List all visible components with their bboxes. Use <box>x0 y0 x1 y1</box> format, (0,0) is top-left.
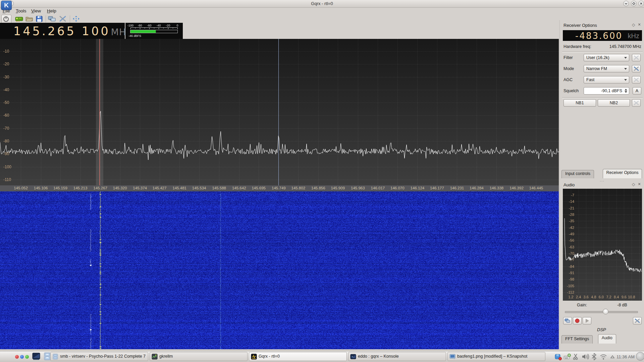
quicklaunch-blue-dot-icon[interactable] <box>20 355 24 359</box>
signal-meter-canvas <box>127 23 181 38</box>
dock-float-icon[interactable]: ◇ <box>632 182 635 186</box>
konsole-icon[interactable] <box>32 352 41 361</box>
squelch-spinbox[interactable]: -90,1 dBFS <box>584 87 629 95</box>
offset-frequency-display[interactable]: -483.600 kHz <box>563 30 642 41</box>
window-titlebar[interactable]: Gqrx - rtl=0 <box>0 0 644 8</box>
gain-slider-groove[interactable] <box>565 311 638 313</box>
dock-float-icon[interactable]: ◇ <box>632 23 635 27</box>
waterfall-plot[interactable] <box>0 191 559 349</box>
dock-tabbar-bottom: FFT SettingsAudio <box>561 335 644 344</box>
nb-options-button[interactable] <box>632 99 641 107</box>
desktop-pager-icon[interactable] <box>636 352 644 361</box>
menu-help[interactable]: Help <box>47 8 56 13</box>
hardware-freq-value: 145.748700 MHz <box>609 44 641 49</box>
audio-record-button[interactable] <box>573 317 582 324</box>
audio-fft-plot[interactable] <box>563 189 642 301</box>
quicklaunch-green-dot-icon[interactable] <box>25 355 29 359</box>
dock-tab-fft-settings[interactable]: FFT Settings <box>561 335 593 344</box>
nb1-button[interactable]: NB1 <box>564 99 596 107</box>
gain-slider-handle[interactable] <box>603 309 608 314</box>
desktop: Gqrx - rtl=0 FileToolsViewHelp 145.265 1… <box>0 0 644 362</box>
mode-options-button[interactable] <box>632 65 641 72</box>
task-button-5[interactable]: baofeng1.png [modified] – KSnapshot <box>447 352 545 361</box>
tray-expander-icon[interactable] <box>608 353 616 361</box>
save-floppy-icon[interactable] <box>35 15 44 23</box>
remote-computers-icon[interactable] <box>48 15 57 23</box>
menu-tools[interactable]: Tools <box>16 8 26 13</box>
mode-combo[interactable]: Narrow FM <box>584 65 629 72</box>
wireless-network-icon[interactable] <box>599 353 607 361</box>
tuner-card-icon[interactable] <box>15 15 24 23</box>
bluetooth-icon[interactable] <box>590 353 598 361</box>
taskbar-clock[interactable]: 11:36 AM <box>616 354 635 359</box>
spin-up-icon[interactable] <box>625 89 627 90</box>
minimize-button[interactable] <box>623 1 629 6</box>
audio-stream-button[interactable] <box>563 317 572 324</box>
offset-frequency-unit: kHz <box>628 32 639 40</box>
volume-icon[interactable] <box>581 353 589 361</box>
frequency-axis-label: 146.017 <box>371 186 385 190</box>
frequency-axis-label: 145.534 <box>192 186 206 190</box>
frequency-axis-label: 145.267 <box>93 186 107 190</box>
frequency-axis-label: 146.231 <box>450 186 464 190</box>
right-panel: Receiver Options ◇ × -483.600 kHz Hardwa… <box>561 19 644 349</box>
nb2-button[interactable]: NB2 <box>598 99 630 107</box>
audio-options-button[interactable] <box>633 317 642 324</box>
frequency-axis-label: 146.070 <box>390 186 405 190</box>
divider <box>562 51 643 53</box>
klipper-scissors-icon[interactable] <box>572 353 580 361</box>
dock-tab-receiver-options[interactable]: Receiver Options <box>603 169 642 178</box>
close-button[interactable] <box>638 1 644 6</box>
auto-squelch-button[interactable]: A <box>633 87 641 95</box>
frequency-axis-label: 145.909 <box>331 186 345 190</box>
splitter-handle[interactable]: ··· <box>600 179 604 183</box>
task-button-4[interactable]: >_eddo : gqrx – Konsole <box>348 352 446 361</box>
tools-icon[interactable] <box>58 15 68 23</box>
agc-combo[interactable]: Fast <box>584 76 629 83</box>
spin-down-icon[interactable] <box>625 91 627 93</box>
drawer-icon <box>52 354 58 360</box>
frequency-digits[interactable]: 145.265 100 <box>13 24 110 38</box>
offset-frequency-digits[interactable]: -483.600 <box>575 31 623 41</box>
frequency-display[interactable]: 145.265 100MHz <box>0 23 125 39</box>
hardware-freq-row: Hardware freq: 145.748700 MHz <box>564 44 641 49</box>
dock-tab-audio[interactable]: Audio <box>598 334 616 344</box>
divider <box>562 97 643 99</box>
quicklaunch-red-dot-icon[interactable] <box>15 355 19 359</box>
dock-tab-input-controls[interactable]: Input controls <box>561 170 594 178</box>
frequency-axis[interactable]: 145.052145.106145.159145.213145.267145.3… <box>0 185 559 191</box>
audio-play-button[interactable] <box>583 317 591 324</box>
pan-move-icon[interactable] <box>72 15 81 23</box>
task-button-3[interactable]: Gqrx - rtl=0 <box>249 352 347 361</box>
task-button-2[interactable]: gkrellm <box>150 352 248 361</box>
spectrum-canvas[interactable] <box>0 39 559 185</box>
frequency-axis-label: 145.320 <box>113 186 127 190</box>
squelch-label: Squelch <box>564 88 579 93</box>
panel-splitter[interactable] <box>559 20 560 349</box>
task-label: smb - virtserv - Psycho-Pass 1-22 Comple… <box>60 354 146 359</box>
filter-shape-button[interactable] <box>632 54 641 61</box>
keyboard-layout-icon[interactable] <box>563 353 571 361</box>
task-label: Gqrx - rtl=0 <box>259 354 280 359</box>
window-title: Gqrx - rtl=0 <box>0 1 644 6</box>
db-axis-label: -60 <box>3 113 9 118</box>
dock-close-icon[interactable]: × <box>638 182 641 186</box>
gain-value: -8 dB <box>617 303 627 307</box>
gqrx-icon <box>251 354 257 360</box>
package-updates-icon[interactable] <box>554 353 562 361</box>
kde-menu-button[interactable]: K <box>1 1 12 10</box>
dock-close-icon[interactable]: × <box>638 22 641 26</box>
maximize-button[interactable] <box>631 1 637 6</box>
open-folder-icon[interactable] <box>25 15 34 23</box>
spectrum-plot[interactable]: -10-20-30-40-50-60-70-80-90-100-110 <box>0 39 559 185</box>
task-label: gkrellm <box>159 354 173 359</box>
mode-label: Mode <box>564 66 574 71</box>
frequency-axis-label: 145.106 <box>34 186 48 190</box>
agc-options-button[interactable] <box>632 76 641 83</box>
menu-view[interactable]: View <box>31 8 41 13</box>
task-button-1[interactable]: smb - virtserv - Psycho-Pass 1-22 Comple… <box>50 352 148 361</box>
db-axis-label: -30 <box>3 75 9 79</box>
konsole-icon: >_ <box>350 354 356 360</box>
db-axis-label: -90 <box>3 152 9 156</box>
filter-combo[interactable]: User (16.2k) <box>584 54 629 61</box>
